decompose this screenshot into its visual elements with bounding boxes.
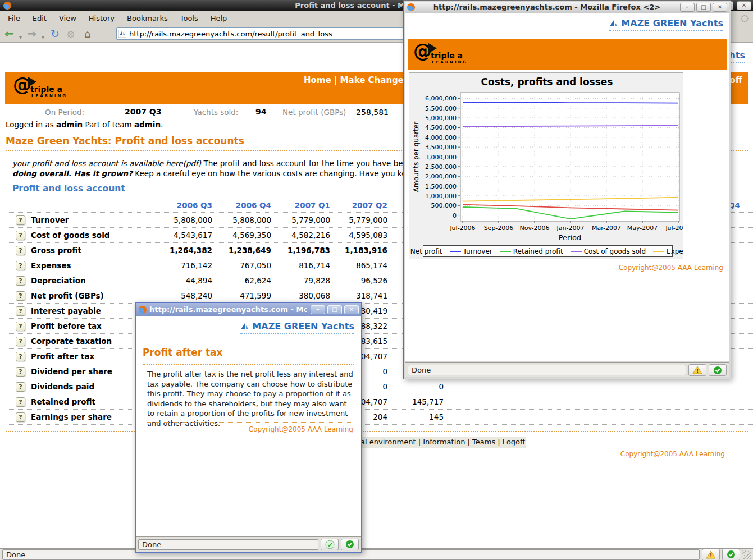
help-icon[interactable]: ? [16,261,25,270]
svg-text:3,000,000: 3,000,000 [425,154,457,161]
period-value: 2007 Q3 [125,107,161,116]
svg-text:4,500,000: 4,500,000 [425,124,457,131]
status-text: Done [138,539,318,550]
chart-window-title: http://rails.mazegreenyachts.com - Mozil… [417,2,677,13]
cell-value: 548,240 [157,291,212,300]
cell-value: 145 [387,412,444,421]
close-button[interactable]: ✕ [713,3,727,12]
menu-item-edit[interactable]: Edit [33,14,47,22]
login-status-line: Logged in as admin Part of team admin. [6,120,163,129]
help-icon[interactable]: ? [16,352,25,361]
pdf-link[interactable]: your profit and loss account is availabl… [12,159,201,168]
popup-heading-rule [143,364,354,365]
help-icon[interactable]: ? [16,306,25,316]
popup-status-bar: Done [136,536,361,552]
table-section-heading: Profit and loss account [12,183,125,194]
page-loaded-button[interactable] [321,539,339,550]
maze-green-yachts-logo: MAZE GREEN Yachts [609,18,723,31]
legend-swatch [653,251,664,252]
cell-value: 96,526 [330,276,387,285]
legend-swatch [500,251,511,252]
menu-item-bookmarks[interactable]: Bookmarks [127,14,168,22]
warning-indicator-button[interactable]: ! [688,364,706,376]
svg-text:Sep-2006: Sep-2006 [484,224,514,232]
resize-grip[interactable] [742,550,751,559]
help-icon[interactable]: ? [16,367,25,377]
menu-item-tools[interactable]: Tools [180,14,198,22]
legend-item: Turnover [450,247,492,255]
maximize-button[interactable]: □ [696,3,711,12]
popup-titlebar[interactable]: http://rails.mazegreenyachts.com - Mozil… [136,303,361,316]
cell-value: 1,264,382 [157,246,212,255]
minimize-button[interactable]: – [680,3,695,12]
row-label: Dividends paid [31,382,94,391]
help-icon[interactable]: ? [16,246,25,255]
page-title: Maze Green Yachts: Profit and loss accou… [6,135,244,146]
back-button[interactable]: ⇐ [4,27,14,40]
cell-value: 5,779,000 [271,215,330,224]
forward-button[interactable]: ⇒ [27,27,36,40]
maximize-button[interactable]: □ [327,305,342,314]
svg-text:2,500,000: 2,500,000 [425,163,457,171]
minimize-button[interactable]: – [311,305,325,314]
help-icon[interactable]: ? [16,276,25,286]
svg-text:3,500,000: 3,500,000 [425,144,457,151]
cell-value: 4,595,083 [330,231,387,240]
warning-indicator-button[interactable]: ! [702,549,720,560]
close-button[interactable]: ✕ [737,1,751,10]
row-label: Turnover [31,215,69,224]
svg-text:2,000,000: 2,000,000 [425,173,457,180]
help-icon[interactable]: ? [16,397,25,407]
page-copyright: Copyright@2005 AAA Learning [620,450,725,458]
svg-text:4,000,000: 4,000,000 [425,134,457,141]
menu-item-file[interactable]: File [8,14,20,22]
svg-text:1,500,000: 1,500,000 [425,183,457,190]
cell-value: 1,238,649 [212,246,271,255]
home-button[interactable]: ⌂ [84,27,91,40]
svg-text:Costs, profits and losses: Costs, profits and losses [481,76,613,88]
chart-window-titlebar[interactable]: http://rails.mazegreenyachts.com - Mozil… [405,2,729,13]
help-icon[interactable]: ? [16,322,25,331]
green-check-icon [727,550,736,559]
secure-check-button[interactable] [709,364,727,376]
help-icon[interactable]: ? [16,291,25,301]
cell-value: 0 [387,382,444,391]
cell-value: 62,624 [212,276,271,285]
secure-check-button[interactable] [722,549,740,560]
row-label: Net profit (GBPs) [31,291,104,300]
costs-profits-losses-chart: Costs, profits and losses0500,0001,000,0… [409,72,683,259]
popup-page: MAZE GREEN Yachts Profit after tax The p… [136,316,361,536]
cell-value: 4,582,216 [271,231,330,240]
svg-text:Period: Period [559,233,582,242]
chart-page: MAZE GREEN Yachts @ triple a LEARNING Co… [405,13,729,361]
popup-copyright: Copyright@2005 AAA Learning [249,425,353,433]
firefox-icon [139,306,147,314]
menu-item-history[interactable]: History [89,14,115,22]
banner-nav-links[interactable]: Home | Make Changes [304,75,409,85]
svg-text:5,000,000: 5,000,000 [425,114,457,122]
help-icon[interactable]: ? [16,215,25,225]
chart-window: http://rails.mazegreenyachts.com - Mozil… [403,0,731,379]
help-icon[interactable]: ? [16,412,25,422]
popup-body-text: The profit after tax is the net profit l… [147,369,356,428]
help-icon[interactable]: ? [16,382,25,392]
reload-button[interactable]: ↻ [51,27,60,40]
logo-wave [609,30,723,31]
help-icon[interactable]: ? [16,337,25,346]
triple-a-learning-logo: @ triple a LEARNING [413,42,509,67]
column-header: 2006 Q4 [212,201,271,210]
svg-text:6,000,000: 6,000,000 [425,95,457,102]
close-button[interactable]: ✕ [344,305,359,314]
row-label: Cost of goods sold [31,231,109,240]
svg-text:5,500,000: 5,500,000 [425,105,457,112]
help-icon[interactable]: ? [16,231,25,240]
cell-value: 145,717 [387,397,444,406]
secure-check-button[interactable] [341,539,359,550]
table-row: ?Earnings per share204145 [6,410,753,425]
menu-item-help[interactable]: Help [211,14,227,22]
yachts-sold-value: 94 [255,107,266,116]
row-label: Gross profit [31,246,81,255]
menu-item-view[interactable]: View [59,14,76,22]
screen: { "main_window": { "title": "Profit and … [0,0,753,560]
stop-button[interactable]: ⦻ [67,27,74,40]
